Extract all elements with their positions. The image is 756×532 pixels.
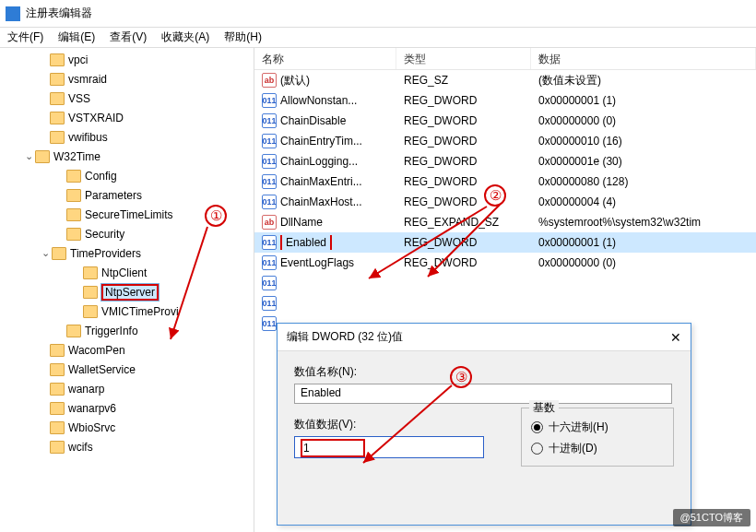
value-type: REG_DWORD (396, 135, 531, 148)
registry-value-row[interactable]: 011ChainLogging...REG_DWORD0x0000001e (3… (254, 151, 756, 171)
value-type: REG_DWORD (396, 94, 531, 107)
registry-value-row[interactable]: 011 (254, 273, 756, 293)
tree-item-label: WbioSrvc (68, 421, 115, 434)
radix-legend: 基数 (529, 400, 559, 416)
chevron-down-icon[interactable]: ⌄ (39, 247, 52, 259)
value-data-field[interactable]: 1 (294, 436, 484, 458)
tree-item-label: Security (85, 228, 124, 241)
value-name: EventLogFlags (280, 256, 354, 269)
menu-help[interactable]: 帮助(H) (224, 30, 262, 45)
value-name: Enabled (280, 236, 332, 249)
tree-item[interactable]: Parameters (0, 185, 254, 205)
value-name-field[interactable]: Enabled (294, 384, 672, 404)
menu-favorites[interactable]: 收藏夹(A) (161, 30, 209, 45)
registry-value-row[interactable]: ab(默认)REG_SZ(数值未设置) (254, 70, 756, 90)
registry-value-row[interactable]: 011EnabledREG_DWORD0x00000001 (1) (254, 232, 756, 253)
tree-item[interactable]: wanarp (0, 379, 254, 398)
value-name: ChainLogging... (280, 155, 358, 168)
registry-value-row[interactable]: abDllNameREG_EXPAND_SZ%systemroot%\syste… (254, 212, 756, 232)
tree-item[interactable]: ⌄TimeProviders (0, 243, 254, 263)
tree-item-label: wanarp (68, 383, 104, 396)
value-name-label: 数值名称(N): (294, 364, 674, 380)
folder-icon (52, 247, 66, 260)
value-data: 0x00000000 (0) (531, 256, 756, 269)
tree-item[interactable]: VSS (0, 89, 254, 108)
tree-item[interactable]: vsmraid (0, 69, 254, 89)
folder-icon (66, 208, 81, 221)
tree-item-label: TriggerInfo (85, 325, 138, 337)
reg-dword-icon: 011 (262, 154, 277, 169)
radio-icon[interactable] (531, 421, 543, 433)
menu-edit[interactable]: 编辑(E) (58, 30, 95, 45)
tree-item[interactable]: NtpServer (0, 282, 254, 301)
tree-item[interactable]: VMICTimeProvi (0, 301, 254, 321)
folder-icon (66, 189, 81, 202)
reg-dword-icon: 011 (262, 93, 277, 108)
tree-item[interactable]: VSTXRAID (0, 108, 254, 127)
registry-value-row[interactable]: 011ChainEntryTim...REG_DWORD0x00000010 (… (254, 131, 756, 151)
value-type: REG_DWORD (396, 236, 531, 249)
tree-item[interactable]: wanarpv6 (0, 398, 254, 418)
tree-item[interactable]: vpci (0, 50, 254, 69)
folder-icon (50, 402, 65, 415)
registry-value-row[interactable]: 011AllowNonstan...REG_DWORD0x00000001 (1… (254, 90, 756, 111)
registry-value-row[interactable]: 011 (254, 293, 756, 313)
registry-value-row[interactable]: 011EventLogFlagsREG_DWORD0x00000000 (0) (254, 253, 756, 273)
tree-item[interactable]: Security (0, 224, 254, 243)
close-icon[interactable]: ✕ (670, 330, 681, 345)
value-data: 0x00000001 (1) (531, 236, 756, 249)
value-type: REG_DWORD (396, 195, 531, 208)
chevron-down-icon[interactable]: ⌄ (22, 150, 35, 162)
registry-value-row[interactable]: 011ChainDisableREG_DWORD0x00000000 (0) (254, 111, 756, 131)
tree-item-label: W32Time (53, 150, 100, 163)
value-data: 0x00000000 (0) (531, 114, 756, 127)
registry-value-row[interactable]: 011ChainMaxEntri...REG_DWORD0x00000080 (… (254, 171, 756, 192)
tree-pane[interactable]: vpcivsmraidVSSVSTXRAIDvwifibus⌄W32TimeCo… (0, 48, 254, 532)
folder-icon (83, 266, 98, 279)
value-type: REG_SZ (396, 74, 531, 87)
value-data: 0x00000001 (1) (531, 94, 756, 107)
window-title: 注册表编辑器 (26, 6, 92, 21)
tree-item[interactable]: TriggerInfo (0, 321, 254, 340)
menu-file[interactable]: 文件(F) (7, 30, 43, 45)
tree-item[interactable]: Config (0, 166, 254, 185)
tree-item[interactable]: WacomPen (0, 340, 254, 360)
tree-item[interactable]: WalletService (0, 360, 254, 379)
tree-item[interactable]: wcifs (0, 437, 254, 456)
folder-icon (50, 92, 65, 105)
tree-item-label: WacomPen (68, 344, 125, 357)
col-data[interactable]: 数据 (531, 48, 756, 69)
tree-item-label: wanarpv6 (68, 402, 116, 415)
list-header: 名称 类型 数据 (254, 48, 756, 70)
folder-icon (83, 286, 98, 299)
value-type: REG_DWORD (396, 175, 531, 188)
menu-view[interactable]: 查看(V) (110, 30, 147, 45)
tree-item-label: VSTXRAID (68, 112, 124, 124)
radix-dec[interactable]: 十进制(D) (531, 441, 664, 456)
tree-item[interactable]: vwifibus (0, 127, 254, 147)
radio-icon[interactable] (531, 443, 543, 455)
folder-icon (50, 441, 65, 454)
tree-item[interactable]: ⌄W32Time (0, 147, 254, 166)
tree-item-label: vwifibus (68, 131, 108, 144)
folder-icon (66, 228, 81, 241)
radix-hex[interactable]: 十六进制(H) (531, 420, 664, 435)
tree-item-label: vpci (68, 53, 88, 66)
reg-dword-icon: 011 (262, 134, 277, 148)
value-type: REG_DWORD (396, 114, 531, 127)
tree-item[interactable]: WbioSrvc (0, 418, 254, 437)
value-name: ChainDisable (280, 114, 346, 127)
tree-item[interactable]: SecureTimeLimits (0, 205, 254, 224)
value-name: (默认) (280, 73, 310, 89)
col-name[interactable]: 名称 (254, 48, 396, 69)
folder-icon (50, 363, 65, 376)
folder-icon (66, 325, 81, 337)
folder-icon (50, 73, 65, 86)
col-type[interactable]: 类型 (396, 48, 531, 69)
radix-group: 基数 十六进制(H) 十进制(D) (521, 408, 674, 467)
tree-item-label: vsmraid (68, 73, 107, 86)
registry-value-row[interactable]: 011ChainMaxHost...REG_DWORD0x00000004 (4… (254, 192, 756, 212)
tree-item[interactable]: NtpClient (0, 263, 254, 282)
value-name: ChainMaxHost... (280, 195, 362, 208)
tree-item-label: VSS (68, 92, 90, 105)
